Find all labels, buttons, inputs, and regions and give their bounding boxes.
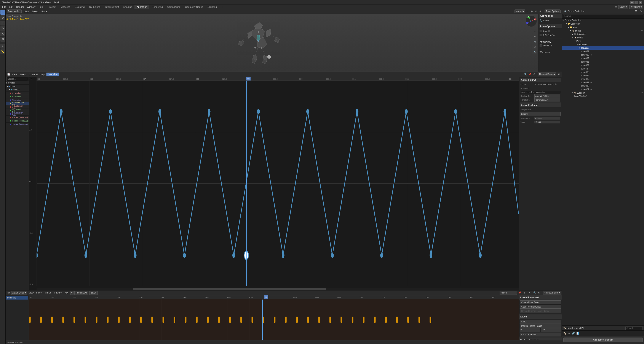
- action-filter-icon[interactable]: 🔍: [533, 291, 537, 295]
- snap-toggle[interactable]: ⊙: [534, 9, 538, 13]
- fcurve-select-menu[interactable]: Select: [19, 73, 28, 76]
- camera-view-btn[interactable]: 📷: [532, 39, 537, 44]
- tree-weapon[interactable]: ▼ 🦴 Weapon 👁: [562, 91, 644, 95]
- action-name-field[interactable]: Action: [500, 291, 517, 295]
- zoom-in-btn[interactable]: +: [532, 29, 537, 34]
- active-tool-section[interactable]: Active Tool: [539, 14, 562, 18]
- tab-add[interactable]: +: [219, 5, 225, 9]
- action-snap-selector[interactable]: Nearest Frame ▾: [543, 291, 561, 295]
- tree-main[interactable]: ▼ 📁 Main: [562, 25, 644, 29]
- manual-frame-range-btn[interactable]: Manual Frame Range: [520, 324, 561, 328]
- tweak-btn[interactable]: 🔧 Tweak: [540, 18, 561, 22]
- tree-bone001[interactable]: ▼ bone001: [562, 43, 644, 46]
- scene-filter-icon[interactable]: ☰: [634, 9, 638, 13]
- tree-bone1-sub[interactable]: ▼ 🦴 Bone1: [562, 36, 644, 39]
- tab-rendering[interactable]: Rendering: [150, 5, 165, 9]
- active-keyframe-section[interactable]: Active Keyframe: [520, 103, 561, 107]
- channel-yloc[interactable]: Y Location: [6, 95, 29, 98]
- fcurve-expand-btn[interactable]: ⊞: [557, 72, 561, 76]
- fcurve-h-scrollbar[interactable]: [36, 288, 518, 290]
- tab-uv-editing[interactable]: UV Editing: [87, 5, 102, 9]
- locations-checkbox[interactable]: [540, 44, 542, 47]
- value-field[interactable]: -0.966: [534, 121, 560, 123]
- channel-bone1[interactable]: ▶ Bone1: [6, 85, 29, 88]
- channel-yscale[interactable]: Y Scale (bone027): [6, 119, 29, 123]
- x-axis-mirror-row[interactable]: X Axis Mirror: [540, 33, 561, 37]
- tree-bone033[interactable]: bone033: [562, 60, 644, 63]
- fly-nav-btn[interactable]: 🔍: [532, 50, 537, 54]
- channel-zquat[interactable]: Z Quaternion Rot...: [6, 112, 29, 116]
- tab-compositing[interactable]: Compositing: [165, 5, 183, 9]
- fcurve-scrollbar-thumb[interactable]: [133, 288, 326, 290]
- frame-range-end[interactable]: 250: [541, 328, 561, 332]
- tool-annotate[interactable]: ✏: [0, 44, 5, 49]
- view-menu[interactable]: View: [23, 10, 30, 13]
- tab-animation[interactable]: Animation: [134, 5, 150, 9]
- tree-bone036[interactable]: bone036: [562, 70, 644, 74]
- tree-bone35[interactable]: bone35: [562, 67, 644, 70]
- tree-bone034[interactable]: bone034: [562, 74, 644, 77]
- tab-scripting[interactable]: Scripting: [205, 5, 219, 9]
- key-frame-value[interactable]: 629.167: [534, 117, 560, 120]
- action-new-icon[interactable]: +: [522, 291, 526, 295]
- pose-mode-selector[interactable]: Pose Mode ▾: [7, 9, 22, 13]
- maximize-button[interactable]: □: [634, 1, 638, 4]
- create-pose-asset-btn[interactable]: Create Pose Asset: [520, 300, 561, 304]
- pose-options-btn[interactable]: Pose Options: [544, 9, 560, 13]
- cyclic-animation-btn[interactable]: Cyclic Animation: [520, 333, 561, 337]
- tree-bone031[interactable]: bone031: [562, 50, 644, 53]
- auto-ik-checkbox[interactable]: [540, 30, 542, 32]
- custom-properties-section[interactable]: Custom Properties: [519, 338, 562, 340]
- tab-shading[interactable]: Shading: [121, 5, 134, 9]
- channel-zscale[interactable]: Z Scale (bone027): [6, 123, 29, 126]
- tree-bone099[interactable]: bone099: [562, 56, 644, 60]
- scene-settings-icon[interactable]: ⚙: [639, 9, 643, 13]
- display-color-dropdown[interactable]: Auto WXYZ C... ▾: [534, 94, 560, 98]
- tree-pose[interactable]: ▼ Pose: [562, 39, 644, 43]
- xray-toggle[interactable]: ◎: [530, 9, 534, 13]
- action-settings-icon[interactable]: ⚙: [537, 291, 541, 295]
- tree-bone000-002[interactable]: bone000.002: [562, 95, 644, 98]
- tree-bone1[interactable]: ▼ 🦴 Bone1 👁: [562, 29, 644, 32]
- tool-rotate[interactable]: ↻: [0, 26, 5, 31]
- tree-collection[interactable]: ▼ 📁 Collection: [562, 22, 644, 25]
- action-btn[interactable]: Action: [520, 320, 561, 324]
- menu-edit[interactable]: Edit: [8, 5, 14, 9]
- scene-selector[interactable]: Scene ▾: [618, 5, 628, 9]
- fcurve-mode-icon[interactable]: 📈: [6, 72, 10, 76]
- close-button[interactable]: ✕: [639, 1, 642, 4]
- pose-menu[interactable]: Pose: [41, 10, 48, 13]
- active-fcurve-section[interactable]: Active F Curve: [520, 78, 561, 82]
- action-marker-menu[interactable]: Marker: [44, 291, 52, 294]
- channel-search-input[interactable]: [6, 77, 28, 81]
- tree-bone027[interactable]: ▼ bone027: [562, 46, 644, 50]
- bone-constraint-btn[interactable]: 🔗: [572, 332, 576, 335]
- fcurve-filter-icon[interactable]: 🔍: [524, 72, 528, 76]
- tool-select[interactable]: ↖: [0, 10, 5, 15]
- tree-bone002[interactable]: bone002 ⊕: [562, 88, 644, 91]
- tool-transform[interactable]: ⊞: [0, 37, 5, 42]
- action-view-menu[interactable]: View: [28, 291, 34, 294]
- tab-layout[interactable]: Layout: [47, 5, 58, 9]
- normalize-btn[interactable]: Normalize: [46, 72, 59, 76]
- viewlayer-selector[interactable]: ViewLayer ▾: [629, 5, 643, 9]
- tab-geometry-nodes[interactable]: Geometry Nodes: [183, 5, 205, 9]
- channel-xscale[interactable]: X Scale (bone027): [6, 116, 29, 119]
- fcurve-view-menu[interactable]: View: [11, 73, 18, 76]
- tree-bone037[interactable]: bone037: [562, 77, 644, 81]
- action-timeline-area[interactable]: 420 440 460 480 500 520 540 560 580 600 …: [29, 295, 518, 340]
- copy-pose-as-asset-btn[interactable]: Copy Pose as Asset: [520, 305, 561, 309]
- fcurve-key-menu[interactable]: Key: [40, 73, 46, 76]
- push-down-btn[interactable]: Push Down: [74, 291, 88, 295]
- action-mode-icon[interactable]: 🎬: [6, 291, 10, 295]
- tree-scene-collection[interactable]: ▼ Scene Collection: [562, 18, 644, 22]
- channel-xloc[interactable]: X Location: [6, 92, 29, 95]
- shading-selector[interactable]: Normal ▾: [514, 9, 525, 13]
- tool-cursor[interactable]: ⊕: [0, 15, 5, 20]
- bone-driver-btn[interactable]: 📊: [576, 332, 580, 335]
- tree-bone038[interactable]: bone038: [562, 84, 644, 88]
- fcurve-pin-icon[interactable]: 📌: [528, 72, 532, 76]
- scene-search-input[interactable]: [563, 14, 643, 18]
- tree-animation[interactable]: ▶ 🎬 Animation: [562, 32, 644, 36]
- fcurve-settings-icon[interactable]: ⚙: [532, 72, 536, 76]
